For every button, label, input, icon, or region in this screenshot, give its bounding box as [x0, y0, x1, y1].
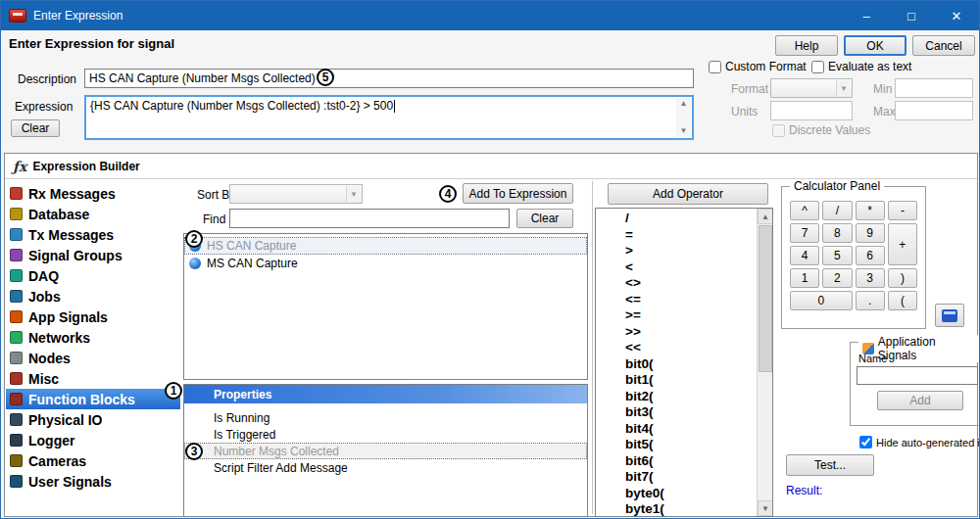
operator-item[interactable]: <=	[625, 292, 772, 308]
sidebar-item[interactable]: Tx Messages	[6, 224, 180, 245]
calculator-key[interactable]: 8	[822, 223, 852, 243]
ok-button[interactable]: OK	[844, 35, 906, 56]
discrete-values-checkbox[interactable]: Discrete Values	[772, 123, 870, 137]
operator-item[interactable]: bit1(	[625, 372, 772, 389]
find-clear-button[interactable]: Clear	[516, 209, 573, 228]
operator-item[interactable]: <<	[625, 340, 772, 356]
result-label: Result:	[786, 484, 822, 497]
property-item[interactable]: Script Filter Add Message	[184, 459, 587, 476]
add-operator-button[interactable]: Add Operator	[608, 183, 768, 205]
operator-item[interactable]: >>	[625, 324, 772, 341]
nodes-icon	[10, 352, 23, 364]
property-item[interactable]: Number Msgs Collected	[184, 443, 587, 459]
sidebar-item[interactable]: Nodes	[6, 348, 180, 368]
minimize-button[interactable]: –	[844, 1, 889, 30]
calculator-key[interactable]: 4	[790, 246, 819, 265]
hide-auto-generated-label: Hide auto-generated it	[876, 437, 980, 448]
help-button[interactable]: Help	[775, 35, 838, 56]
calculator-key[interactable]: (	[888, 291, 917, 310]
calculator-key[interactable]: -	[888, 201, 917, 220]
property-item[interactable]: Is Triggered	[184, 426, 587, 443]
hide-auto-generated-checkbox[interactable]: Hide auto-generated it	[859, 436, 980, 448]
calculator-key[interactable]: 0	[790, 291, 853, 310]
min-input[interactable]	[895, 78, 973, 98]
operator-item[interactable]: bit7(	[625, 469, 772, 486]
operator-item[interactable]: bit6(	[625, 453, 772, 470]
signal-list-item[interactable]: HS CAN Capture	[184, 237, 587, 255]
sidebar-item[interactable]: Misc	[6, 368, 180, 389]
find-input[interactable]	[229, 209, 510, 228]
calculator-key[interactable]: 6	[856, 246, 885, 265]
sidebar-item[interactable]: DAQ	[6, 265, 180, 286]
calculator-key[interactable]: 5	[822, 246, 852, 265]
operator-item[interactable]: =	[625, 227, 772, 244]
operator-item[interactable]: bit2(	[625, 389, 772, 405]
calculator-key[interactable]: )	[888, 268, 917, 288]
calculator-key[interactable]: /	[822, 201, 852, 220]
expression-scrollbar[interactable]: ▲ ▼	[676, 98, 691, 137]
evaluate-as-text-checkbox[interactable]: Evaluate as text	[811, 60, 911, 73]
operator-item[interactable]: byte0(	[625, 486, 772, 502]
sidebar-item[interactable]: Function Blocks	[6, 389, 180, 409]
custom-format-checkbox-input[interactable]	[709, 61, 721, 73]
sort-by-dropdown[interactable]: ▼	[229, 184, 363, 204]
scroll-up-icon[interactable]: ▲	[758, 209, 773, 224]
sidebar-item[interactable]: Signal Groups	[6, 245, 180, 265]
scrollbar-thumb[interactable]	[759, 225, 772, 372]
operator-item[interactable]: >=	[625, 307, 772, 324]
operator-item[interactable]: <>	[625, 275, 772, 292]
sidebar-item[interactable]: Physical IO	[6, 409, 180, 430]
close-button[interactable]: ✕	[934, 1, 979, 30]
sidebar-item[interactable]: Jobs	[6, 286, 180, 307]
operator-scrollbar[interactable]: ▲ ▼	[757, 209, 772, 516]
sidebar-item[interactable]: Cameras	[6, 450, 180, 471]
description-input[interactable]	[84, 69, 694, 88]
calculator-key[interactable]: +	[888, 223, 917, 265]
operator-item[interactable]: bit5(	[625, 437, 772, 453]
calculator-launch-button[interactable]	[935, 304, 964, 327]
custom-format-checkbox[interactable]: Custom Format	[709, 60, 807, 73]
calculator-key[interactable]: .	[856, 291, 885, 310]
sidebar-item[interactable]: Database	[6, 204, 180, 224]
sidebar-item[interactable]: Logger	[6, 430, 180, 450]
calculator-key[interactable]: 9	[856, 223, 885, 243]
calculator-key[interactable]: ^	[790, 201, 819, 220]
property-item[interactable]: Is Running	[184, 409, 587, 426]
scroll-up-icon[interactable]: ▲	[680, 100, 688, 108]
calculator-key[interactable]: 3	[856, 268, 885, 288]
sidebar-item[interactable]: App Signals	[6, 307, 180, 327]
format-dropdown[interactable]: ▼	[770, 78, 853, 98]
hide-auto-generated-checkbox-input[interactable]	[859, 436, 872, 448]
vertical-divider	[592, 181, 593, 514]
clear-expression-button[interactable]: Clear	[11, 119, 60, 137]
signal-icon	[189, 258, 201, 269]
operator-item[interactable]: byte1(	[625, 501, 772, 517]
app-signal-add-button[interactable]: Add	[877, 391, 963, 410]
add-to-expression-button[interactable]: Add To Expression	[463, 183, 573, 204]
maximize-button[interactable]: □	[889, 1, 934, 30]
cancel-button[interactable]: Cancel	[912, 35, 975, 56]
scroll-down-icon[interactable]: ▼	[758, 500, 773, 516]
sidebar-item-label: User Signals	[28, 474, 112, 490]
operator-item[interactable]: /	[625, 211, 772, 227]
operator-item[interactable]: bit4(	[625, 421, 772, 438]
max-input[interactable]	[895, 101, 973, 120]
operator-item[interactable]: bit0(	[625, 356, 772, 373]
units-input[interactable]	[770, 101, 853, 120]
operator-item[interactable]: <	[625, 260, 772, 276]
signal-list-item[interactable]: MS CAN Capture	[184, 255, 587, 272]
calculator-key[interactable]: 1	[790, 268, 819, 288]
calculator-key[interactable]: 7	[790, 223, 819, 243]
operator-item[interactable]: bit3(	[625, 404, 772, 421]
sidebar-item[interactable]: Networks	[6, 327, 180, 348]
sidebar-item[interactable]: User Signals	[6, 471, 180, 492]
sidebar-item[interactable]: Rx Messages	[6, 183, 180, 204]
operator-item[interactable]: >	[625, 243, 772, 260]
calculator-key[interactable]: *	[856, 201, 885, 220]
calculator-key[interactable]: 2	[822, 268, 852, 288]
scroll-down-icon[interactable]: ▼	[680, 127, 688, 135]
evaluate-as-text-checkbox-input[interactable]	[811, 61, 824, 73]
test-button[interactable]: Test...	[786, 454, 874, 476]
expression-input[interactable]: {HS CAN Capture (Number Msgs Collected) …	[84, 95, 694, 140]
app-signal-name-input[interactable]	[857, 366, 978, 385]
